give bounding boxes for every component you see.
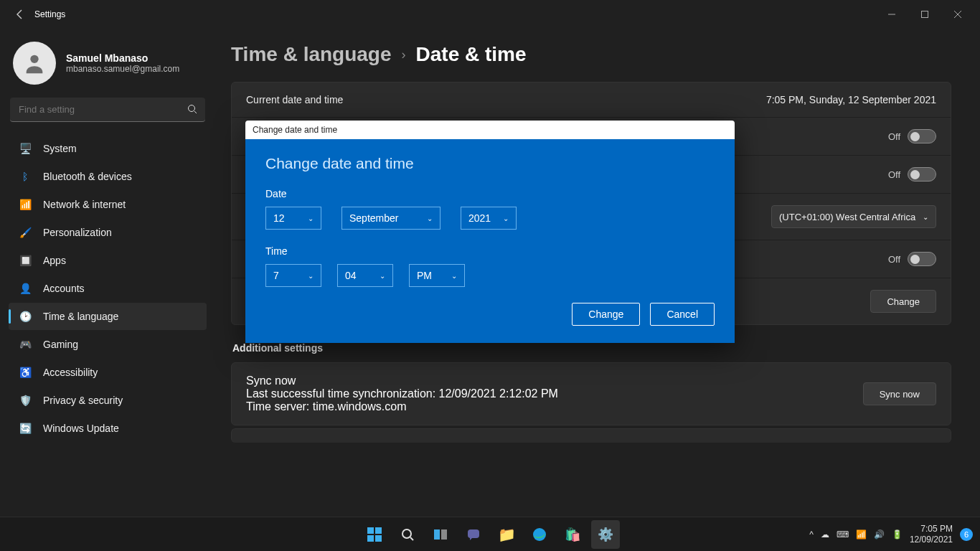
day-select[interactable]: 12⌄ — [265, 207, 321, 230]
chat-button[interactable] — [459, 520, 488, 549]
user-block[interactable]: Samuel Mbanaso mbanaso.samuel@gmail.com — [9, 36, 207, 98]
year-select[interactable]: 2021⌄ — [461, 207, 517, 230]
search-button[interactable] — [393, 520, 422, 549]
wifi-tray-icon[interactable]: 📶 — [856, 529, 867, 540]
nav-label: Privacy & security — [43, 395, 123, 406]
nav-label: Personalization — [43, 227, 112, 238]
taskbar-clock[interactable]: 7:05 PM 12/09/2021 — [910, 524, 953, 545]
onedrive-icon[interactable]: ☁ — [821, 529, 829, 540]
store-icon: 🛍️ — [565, 527, 580, 542]
nav-bluetooth[interactable]: ᛒBluetooth & devices — [9, 163, 207, 190]
dialog-change-button[interactable]: Change — [572, 303, 640, 326]
change-datetime-button[interactable]: Change — [870, 290, 936, 313]
store-button[interactable]: 🛍️ — [558, 520, 587, 549]
toggle-state: Off — [888, 254, 900, 265]
chevron-down-icon: ⌄ — [308, 215, 314, 222]
sync-card: Sync now Last successful time synchroniz… — [231, 362, 951, 425]
auto-dst-toggle[interactable] — [908, 167, 936, 182]
svg-rect-6 — [375, 535, 382, 542]
dialog-frame-title: Change date and time — [245, 121, 735, 139]
tray-chevron-icon[interactable]: ^ — [809, 529, 814, 540]
toggle-state: Off — [888, 169, 900, 180]
nav-gaming[interactable]: 🎮Gaming — [9, 331, 207, 358]
ampm-select[interactable]: PM⌄ — [409, 264, 465, 287]
dialog-cancel-button[interactable]: Cancel — [650, 303, 715, 326]
next-card — [231, 428, 951, 443]
timezone-value: (UTC+01:00) West Central Africa — [779, 212, 915, 222]
shield-icon: 🛡️ — [19, 394, 32, 407]
maximize-button[interactable] — [908, 3, 941, 26]
taskview-icon — [433, 527, 448, 542]
nav-system[interactable]: 🖥️System — [9, 135, 207, 162]
minimize-button[interactable] — [875, 3, 908, 26]
sync-last: Last successful time synchronization: 12… — [246, 387, 558, 400]
svg-rect-10 — [468, 529, 479, 538]
nav-privacy[interactable]: 🛡️Privacy & security — [9, 387, 207, 414]
keyboard-icon[interactable]: ⌨ — [837, 529, 849, 540]
additional-settings-header: Additional settings — [232, 342, 951, 354]
svg-point-2 — [189, 105, 195, 112]
svg-point-7 — [402, 529, 411, 538]
chevron-right-icon: › — [402, 47, 406, 62]
nav-label: Bluetooth & devices — [43, 171, 132, 182]
back-button[interactable] — [6, 9, 34, 20]
hour-select[interactable]: 7⌄ — [265, 264, 321, 287]
clock-icon: 🕑 — [19, 310, 32, 323]
settings-task-button[interactable]: ⚙️ — [591, 520, 620, 549]
user-name: Samuel Mbanaso — [66, 52, 179, 64]
taskbar-time: 7:05 PM — [910, 524, 953, 534]
nav-time-language[interactable]: 🕑Time & language — [9, 303, 207, 330]
sync-now-button[interactable]: Sync now — [863, 382, 936, 405]
apps-icon: 🔲 — [19, 254, 32, 267]
battery-icon[interactable]: 🔋 — [892, 529, 903, 540]
update-icon: 🔄 — [19, 422, 32, 435]
auto-tz-toggle[interactable] — [908, 252, 936, 266]
nav-accessibility[interactable]: ♿Accessibility — [9, 359, 207, 386]
edge-button[interactable] — [525, 520, 554, 549]
chevron-down-icon: ⌄ — [308, 272, 314, 280]
windows-icon — [367, 527, 382, 542]
search-icon — [187, 103, 198, 118]
nav-label: Gaming — [43, 339, 78, 350]
svg-rect-0 — [922, 11, 928, 18]
chevron-down-icon: ⌄ — [380, 272, 385, 280]
close-icon — [952, 9, 963, 20]
nav-accounts[interactable]: 👤Accounts — [9, 275, 207, 302]
close-button[interactable] — [941, 3, 974, 26]
svg-rect-4 — [375, 527, 382, 534]
month-select[interactable]: September⌄ — [341, 207, 440, 230]
breadcrumb-parent[interactable]: Time & language — [231, 43, 392, 66]
time-group-label: Time — [265, 245, 715, 257]
timezone-select[interactable]: (UTC+01:00) West Central Africa ⌄ — [771, 205, 936, 228]
user-email: mbanaso.samuel@gmail.com — [66, 64, 179, 74]
minute-select[interactable]: 04⌄ — [337, 264, 393, 287]
svg-rect-8 — [434, 529, 440, 540]
titlebar: Settings — [0, 0, 980, 29]
gamepad-icon: 🎮 — [19, 338, 32, 351]
page-title: Date & time — [416, 43, 527, 66]
taskview-button[interactable] — [426, 520, 455, 549]
nav-network[interactable]: 📶Network & internet — [9, 191, 207, 218]
window-title: Settings — [34, 9, 65, 19]
nav-apps[interactable]: 🔲Apps — [9, 247, 207, 274]
sync-title: Sync now — [246, 375, 558, 387]
auto-time-toggle[interactable] — [908, 129, 936, 143]
nav-label: System — [43, 143, 77, 154]
explorer-button[interactable]: 📁 — [492, 520, 521, 549]
search-input[interactable] — [10, 98, 205, 122]
start-button[interactable] — [360, 520, 389, 549]
chevron-down-icon: ⌄ — [923, 213, 928, 221]
notification-badge[interactable]: 6 — [960, 528, 973, 541]
breadcrumb: Time & language › Date & time — [231, 43, 951, 66]
search-box — [10, 98, 205, 122]
bluetooth-icon: ᛒ — [19, 170, 32, 183]
nav-label: Accounts — [43, 283, 85, 294]
volume-icon[interactable]: 🔊 — [874, 529, 885, 540]
taskbar-date: 12/09/2021 — [910, 534, 953, 545]
nav-update[interactable]: 🔄Windows Update — [9, 415, 207, 442]
nav-personalization[interactable]: 🖌️Personalization — [9, 219, 207, 246]
accessibility-icon: ♿ — [19, 366, 32, 379]
wifi-icon: 📶 — [19, 198, 32, 211]
sidebar: Samuel Mbanaso mbanaso.samuel@gmail.com … — [0, 29, 215, 517]
minimize-icon — [886, 9, 897, 20]
